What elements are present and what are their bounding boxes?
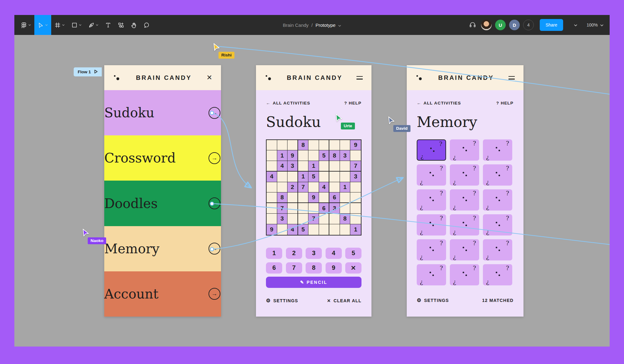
sudoku-cell[interactable]: [308, 203, 319, 214]
menu-item-account[interactable]: Account→: [104, 271, 221, 317]
memory-card[interactable]: ?¿: [483, 189, 512, 211]
sudoku-cell[interactable]: [298, 161, 309, 172]
sudoku-cell[interactable]: 7: [298, 182, 309, 193]
menu-item-memory[interactable]: Memory→: [104, 226, 221, 271]
sudoku-cell[interactable]: 7: [277, 203, 288, 214]
numpad-button-8[interactable]: 8: [306, 262, 322, 274]
headphones-icon[interactable]: [469, 21, 476, 29]
sudoku-cell[interactable]: 1: [308, 161, 319, 172]
comment-tool-button[interactable]: [140, 15, 153, 35]
shape-tool-button[interactable]: [68, 15, 85, 35]
numpad-button-2[interactable]: 2: [286, 248, 302, 259]
back-to-activities-link[interactable]: ← ALL ACTIVITIES: [266, 101, 310, 105]
sudoku-cell[interactable]: [319, 224, 330, 235]
sudoku-cell[interactable]: [267, 203, 277, 214]
avatar-photo[interactable]: [481, 20, 492, 30]
sudoku-cell[interactable]: [340, 224, 351, 235]
sudoku-cell[interactable]: [340, 140, 351, 151]
flow-badge[interactable]: Flow 1: [74, 67, 102, 76]
settings-link[interactable]: ⚙ SETTINGS: [417, 298, 449, 303]
memory-card[interactable]: ?¿: [483, 139, 512, 161]
numpad-button-5[interactable]: 5: [345, 248, 361, 259]
sudoku-cell[interactable]: [329, 214, 340, 224]
back-to-activities-link[interactable]: ← ALL ACTIVITIES: [417, 101, 461, 105]
arrow-right-icon[interactable]: →: [209, 288, 220, 300]
memory-card[interactable]: ?¿: [417, 264, 446, 285]
sudoku-cell[interactable]: 5: [298, 224, 309, 235]
numpad-button-7[interactable]: 7: [286, 262, 302, 274]
avatar-u[interactable]: U: [495, 20, 506, 30]
sudoku-cell[interactable]: 3: [350, 172, 361, 182]
sudoku-cell[interactable]: [329, 161, 340, 172]
sudoku-cell[interactable]: 6: [319, 203, 330, 214]
sudoku-cell[interactable]: 4: [267, 172, 277, 182]
sudoku-cell[interactable]: [340, 203, 351, 214]
sudoku-cell[interactable]: 1: [277, 150, 288, 161]
pen-tool-button[interactable]: [85, 15, 102, 35]
close-icon[interactable]: ✕: [207, 74, 212, 81]
sudoku-cell[interactable]: 6: [329, 192, 340, 203]
panel-chevron-icon[interactable]: [574, 22, 577, 27]
numpad-button-9[interactable]: 9: [326, 262, 342, 274]
zoom-chevron-icon[interactable]: [600, 22, 603, 27]
pencil-button[interactable]: ✎ PENCIL: [266, 277, 361, 288]
sudoku-cell[interactable]: [277, 224, 288, 235]
sudoku-cell[interactable]: [287, 192, 298, 203]
sudoku-cell[interactable]: [340, 172, 351, 182]
memory-card[interactable]: ?¿: [417, 164, 446, 186]
memory-card[interactable]: ?¿: [450, 139, 479, 161]
zoom-level[interactable]: 100%: [587, 22, 598, 27]
memory-card[interactable]: ?¿: [450, 189, 479, 211]
arrow-right-icon[interactable]: →: [209, 107, 220, 119]
sudoku-cell[interactable]: [287, 140, 298, 151]
sudoku-cell[interactable]: [350, 182, 361, 193]
sudoku-cell[interactable]: [319, 161, 330, 172]
sudoku-cell[interactable]: [350, 214, 361, 224]
sudoku-cell[interactable]: [340, 192, 351, 203]
sudoku-cell[interactable]: [319, 214, 330, 224]
numpad-button-3[interactable]: 3: [306, 248, 322, 259]
memory-card[interactable]: ?¿: [417, 139, 446, 161]
help-link[interactable]: ? HELP: [344, 101, 361, 105]
arrow-right-icon[interactable]: →: [209, 243, 220, 255]
sudoku-cell[interactable]: [287, 172, 298, 182]
main-menu-button[interactable]: [17, 15, 34, 35]
frame-sudoku[interactable]: BRAIN CANDY ← ALL ACTIVITIES ? HELP Sudo…: [256, 65, 371, 317]
sudoku-cell[interactable]: 3: [287, 161, 298, 172]
hamburger-menu-icon[interactable]: [356, 76, 363, 80]
numpad-button-4[interactable]: 4: [326, 248, 342, 259]
sudoku-cell[interactable]: [329, 224, 340, 235]
sudoku-cell[interactable]: [319, 172, 330, 182]
sudoku-cell[interactable]: 1: [350, 224, 361, 235]
sudoku-cell[interactable]: [298, 192, 309, 203]
design-canvas[interactable]: Flow 1 BRAIN CANDY ✕ Sudoku→Crossword→Do…: [14, 35, 610, 347]
sudoku-cell[interactable]: [340, 161, 351, 172]
memory-card[interactable]: ?¿: [483, 239, 512, 260]
sudoku-cell[interactable]: [350, 192, 361, 203]
sudoku-cell[interactable]: [329, 182, 340, 193]
share-button[interactable]: Share: [540, 19, 563, 31]
sudoku-cell[interactable]: [319, 192, 330, 203]
sudoku-cell[interactable]: 8: [277, 192, 288, 203]
sudoku-cell[interactable]: 1: [298, 172, 309, 182]
sudoku-cell[interactable]: [308, 182, 319, 193]
memory-card[interactable]: ?¿: [483, 164, 512, 186]
sudoku-cell[interactable]: 3: [277, 214, 288, 224]
sudoku-cell[interactable]: 9: [308, 192, 319, 203]
arrow-right-icon[interactable]: →: [209, 152, 220, 164]
sudoku-cell[interactable]: [308, 140, 319, 151]
breadcrumb[interactable]: Brain Candy / Prototype: [283, 15, 341, 35]
sudoku-cell[interactable]: [277, 140, 288, 151]
arrow-right-icon[interactable]: →: [209, 197, 220, 209]
numpad-button-6[interactable]: 6: [266, 262, 282, 274]
sudoku-cell[interactable]: 9: [350, 140, 361, 151]
sudoku-cell[interactable]: [308, 224, 319, 235]
sudoku-cell[interactable]: [277, 182, 288, 193]
avatar-d[interactable]: D: [509, 20, 520, 30]
sudoku-cell[interactable]: 4: [319, 182, 330, 193]
sudoku-cell[interactable]: [267, 161, 277, 172]
sudoku-cell[interactable]: [298, 214, 309, 224]
sudoku-cell[interactable]: 5: [319, 150, 330, 161]
sudoku-cell[interactable]: 4: [287, 224, 298, 235]
numpad-delete-button[interactable]: ✕: [345, 262, 361, 274]
